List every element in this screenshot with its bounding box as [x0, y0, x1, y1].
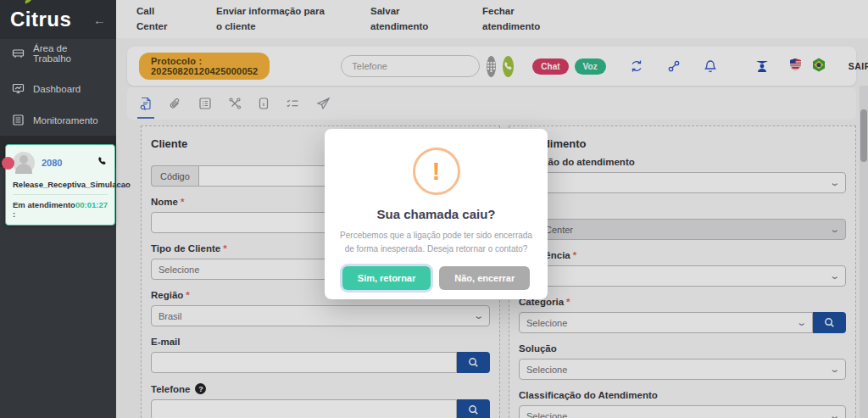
sidebar-item-label: Dashboard	[33, 84, 81, 94]
leaf-icon	[24, 0, 32, 3]
modal-title: Sua chamada caiu?	[325, 207, 548, 221]
sidebar-item-dashboard[interactable]: Dashboard	[0, 73, 116, 104]
modal-message: Percebemos que a ligação pode ter sido e…	[340, 229, 532, 255]
call-dropped-modal: ! Sua chamada caiu? Percebemos que a lig…	[325, 129, 548, 299]
main-content: Call Center Enviar informação para o cli…	[116, 0, 868, 418]
sidebar: Citrus ← Área de Trabalho Dashboard Moni…	[0, 0, 116, 418]
extension-number: 2080	[42, 158, 62, 168]
collapse-sidebar-arrow[interactable]: ←	[93, 13, 106, 27]
app-window: Citrus ← Área de Trabalho Dashboard Moni…	[0, 0, 868, 418]
confirm-return-button[interactable]: Sim, retornar	[342, 266, 431, 290]
dashboard-icon	[12, 82, 25, 95]
sidebar-item-area-de-trabalho[interactable]: Área de Trabalho	[0, 34, 116, 73]
agent-status-dot	[2, 157, 14, 170]
citrus-logo: Citrus	[10, 8, 71, 31]
call-status-label: Em atendimento :	[13, 200, 75, 219]
call-phone-icon[interactable]	[97, 155, 108, 170]
warning-icon: !	[413, 148, 460, 195]
active-call-card[interactable]: 2080 Release_Receptiva_Simulacao Em aten…	[5, 144, 115, 226]
caller-avatar	[13, 152, 35, 174]
sidebar-item-monitoramento[interactable]: Monitoramento	[0, 104, 116, 136]
campaign-name: Release_Receptiva_Simulacao	[13, 180, 108, 189]
call-timer: 00:01:27	[75, 200, 108, 219]
workspace-icon	[12, 47, 25, 60]
sidebar-item-label: Monitoramento	[33, 115, 98, 125]
cancel-end-button[interactable]: Não, encerrar	[439, 266, 530, 290]
sidebar-item-label: Área de Trabalho	[33, 43, 104, 64]
monitoring-icon	[12, 114, 25, 126]
